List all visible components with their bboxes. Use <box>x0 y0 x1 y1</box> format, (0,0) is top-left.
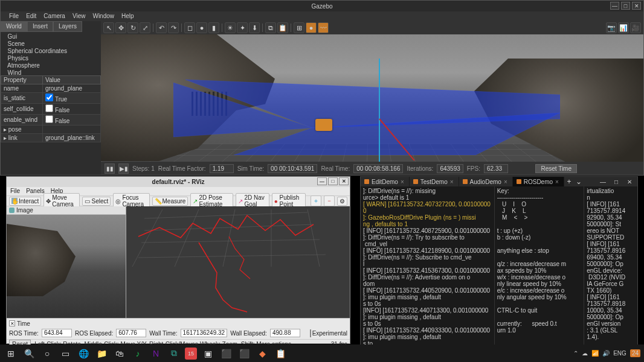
viewport-3d[interactable] <box>126 206 350 318</box>
scene-tree[interactable]: Gui Scene Spherical Coordinates Physics … <box>1 32 101 75</box>
gazebo-icon[interactable]: ⬛ <box>219 347 233 360</box>
spotify-icon[interactable]: ♪ <box>130 347 145 360</box>
tab-insert[interactable]: Insert <box>27 21 53 32</box>
add-tab-button[interactable]: + <box>564 177 574 186</box>
experimental-checkbox[interactable] <box>310 329 311 337</box>
menu-file[interactable]: File <box>9 13 19 20</box>
titlebar[interactable]: Gazebo — □ ✕ <box>1 1 643 11</box>
close-icon[interactable]: × <box>401 179 404 185</box>
ros-elapsed-value[interactable]: 607.76 <box>116 329 146 337</box>
prop-row[interactable]: self_collideFalse <box>1 104 101 115</box>
onenote-icon[interactable]: N <box>149 347 163 360</box>
terminal-pane[interactable]: irtualizatio n [ INFO] [161 7135757.8914… <box>584 186 637 346</box>
rviz-icon[interactable]: ⬛ <box>237 347 251 360</box>
box-icon[interactable]: ◻ <box>184 22 195 33</box>
terminal-icon[interactable]: ▣ <box>201 347 215 360</box>
tree-item[interactable]: Gui <box>4 33 97 40</box>
menu-help[interactable]: Help <box>121 13 134 20</box>
record-icon[interactable]: ● <box>306 22 317 33</box>
reset-time-button[interactable]: Reset Time <box>535 164 577 173</box>
close-button[interactable]: ✕ <box>339 177 349 185</box>
redo-icon[interactable]: ↷ <box>168 22 179 33</box>
cylinder-icon[interactable]: ▮ <box>208 22 219 33</box>
close-button[interactable]: ✕ <box>624 178 635 185</box>
tree-item[interactable]: Spherical Coordinates <box>4 48 97 55</box>
ros-time-value[interactable]: 643.84 <box>42 329 72 337</box>
plot-icon[interactable]: 〰 <box>318 22 329 33</box>
notifications-icon[interactable]: 24 <box>630 349 640 357</box>
prop-row[interactable]: enable_windFalse <box>1 115 101 125</box>
maximize-button[interactable]: □ <box>328 177 338 185</box>
app-icon[interactable]: 15 <box>185 348 197 360</box>
scale-icon[interactable]: ⤢ <box>140 22 150 33</box>
volume-icon[interactable]: 🔊 <box>602 350 610 357</box>
lang-icon[interactable]: ENG <box>613 350 626 357</box>
tray-icon[interactable]: ☁ <box>582 350 588 357</box>
titlebar[interactable]: default.rviz* - RViz — □ ✕ <box>7 177 350 187</box>
search-icon[interactable]: 🔍 <box>22 347 36 360</box>
snap-icon[interactable]: ⊞ <box>294 22 304 33</box>
system-tray[interactable]: ⌃ ☁ 📶 🔊 ENG 24 <box>573 349 640 357</box>
taskview-icon[interactable]: ▭ <box>58 347 72 360</box>
close-icon[interactable]: × <box>504 179 507 185</box>
add-icon[interactable]: ＋ <box>311 195 321 206</box>
move-icon[interactable]: ✥ <box>115 22 126 33</box>
start-icon[interactable]: ⊞ <box>4 347 18 360</box>
store-icon[interactable]: 🛍 <box>112 347 127 360</box>
close-icon[interactable]: × <box>450 179 454 185</box>
settings-icon[interactable]: ⚙ <box>337 197 347 206</box>
collapse-icon[interactable]: ✕ <box>9 320 15 326</box>
close-icon[interactable]: × <box>555 179 559 185</box>
menu-view[interactable]: View <box>72 13 86 20</box>
checkbox[interactable] <box>45 115 53 123</box>
checkbox[interactable] <box>45 104 53 112</box>
maximize-button[interactable]: □ <box>621 2 630 10</box>
prop-row[interactable]: is_staticTrue <box>1 93 101 104</box>
menu-panels[interactable]: Panels <box>26 188 45 195</box>
rotate-icon[interactable]: ↻ <box>127 22 138 33</box>
cortana-icon[interactable]: ○ <box>40 347 54 360</box>
light-spot-icon[interactable]: ✦ <box>237 22 248 33</box>
explorer-icon[interactable]: 📁 <box>94 347 109 360</box>
tray-up-icon[interactable]: ⌃ <box>573 350 578 357</box>
undo-icon[interactable]: ↶ <box>156 22 167 33</box>
robot-model[interactable] <box>315 119 332 131</box>
menu-camera[interactable]: Camera <box>43 13 65 20</box>
interact-button[interactable]: ✋Interact <box>9 197 41 206</box>
paste-icon[interactable]: 📋 <box>277 22 288 33</box>
edge-icon[interactable]: 🌐 <box>76 347 91 360</box>
tree-item[interactable]: Wind <box>4 69 97 75</box>
taskbar[interactable]: ⊞ 🔍 ○ ▭ 🌐 📁 🛍 ♪ N ⧉ 15 ▣ ⬛ ⬛ ◆ 📋 ⌃ ☁ 📶 🔊… <box>0 345 644 362</box>
tab-world[interactable]: World <box>1 21 27 32</box>
prop-row[interactable]: ▸ pose <box>1 125 101 134</box>
vscode-icon[interactable]: ⧉ <box>167 347 181 360</box>
pause-icon[interactable]: ▮▮ <box>105 164 115 174</box>
minimize-button[interactable]: — <box>317 177 327 185</box>
menu-window[interactable]: Window <box>92 13 114 20</box>
menu-edit[interactable]: Edit <box>26 13 36 20</box>
measure-button[interactable]: 📏Measure <box>152 197 188 206</box>
wifi-icon[interactable]: 📶 <box>591 350 599 357</box>
maximize-button[interactable]: □ <box>611 178 622 185</box>
terminal-pane[interactable]: Key: ----------------------- U I O J K L… <box>495 186 585 346</box>
close-button[interactable]: ✕ <box>632 2 641 10</box>
app-icon[interactable]: 📋 <box>273 347 288 360</box>
light-point-icon[interactable]: ☀ <box>225 22 236 33</box>
video-icon[interactable]: 🎥 <box>630 22 641 33</box>
camera-image[interactable] <box>7 215 126 318</box>
prop-row[interactable]: ▸ linkground_plane::link <box>1 134 101 142</box>
select-button[interactable]: ▭Select <box>82 197 111 206</box>
tab-audiodemo[interactable]: AudioDemo× <box>459 177 513 186</box>
tab-rosdemo[interactable]: ROSDemo× <box>513 177 564 186</box>
app-icon[interactable]: ◆ <box>255 347 269 360</box>
image-panel-header[interactable]: Image <box>7 206 126 215</box>
checkbox[interactable] <box>45 94 53 101</box>
copy-icon[interactable]: ⧉ <box>265 22 276 33</box>
wall-time-value[interactable]: 1617136249.32 <box>181 329 228 337</box>
tab-editdemo[interactable]: EditDemo× <box>361 177 410 186</box>
tab-testdemo[interactable]: TestDemo× <box>410 177 459 186</box>
light-dir-icon[interactable]: ⬇ <box>249 22 260 33</box>
remove-icon[interactable]: － <box>324 195 335 206</box>
minimize-button[interactable]: — <box>610 2 619 10</box>
log-icon[interactable]: 📊 <box>618 22 629 33</box>
